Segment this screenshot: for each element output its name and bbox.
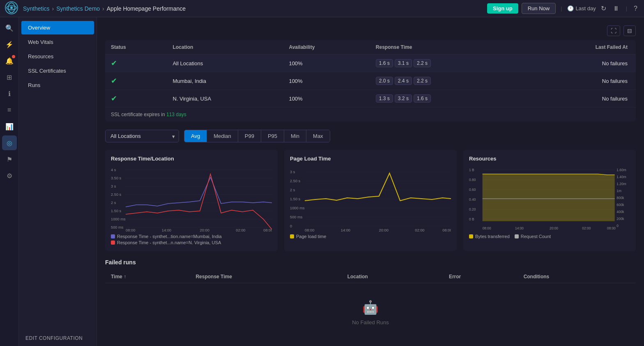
refresh-button[interactable]: ↻ xyxy=(599,5,608,12)
split-view-button[interactable]: ⊟ xyxy=(623,25,636,36)
availability-cell: 100% xyxy=(283,90,370,108)
status-icon: ✔ xyxy=(111,94,117,103)
svg-text:0.60: 0.60 xyxy=(469,188,476,192)
icon-sidebar: 🔍 ⚡ 🔔 ⊞ ℹ ≡ 📊 ◎ ⚑ ⚙ xyxy=(0,17,19,346)
legend-virginia: Response Time - synthet...n.name=N. Virg… xyxy=(111,240,272,245)
view-toggle-icons: ⛶ ⊟ xyxy=(105,25,636,36)
svg-text:0.40: 0.40 xyxy=(469,197,476,202)
sidebar-lightning[interactable]: ⚡ xyxy=(2,37,17,52)
run-now-button[interactable]: Run Now xyxy=(522,3,556,14)
availability-cell: 100% xyxy=(283,55,370,72)
svg-text:14:00: 14:00 xyxy=(341,228,350,231)
nav-overview[interactable]: Overview xyxy=(21,21,94,34)
ssl-days: 113 days xyxy=(166,112,186,117)
svg-text:400k: 400k xyxy=(616,210,624,214)
nav-ssl[interactable]: SSL Certificates xyxy=(21,64,94,78)
time-range[interactable]: 🕐 Last day xyxy=(567,5,596,11)
col-loc: Location xyxy=(342,270,443,283)
tab-min[interactable]: Min xyxy=(284,130,306,142)
col-location: Location xyxy=(167,40,283,55)
location-cell: All Locations xyxy=(167,55,283,72)
nav-runs[interactable]: Runs xyxy=(21,78,94,92)
demo-link[interactable]: Synthetics Demo xyxy=(56,5,100,12)
last-failed-cell: No failures xyxy=(529,90,636,108)
location-select-wrapper: All Locations Mumbai, India N. Virginia,… xyxy=(105,130,179,142)
status-cell: ✔ xyxy=(105,55,167,72)
nav-resources[interactable]: Resources xyxy=(21,50,94,63)
svg-text:2.50 s: 2.50 s xyxy=(290,179,301,183)
svg-text:3 s: 3 s xyxy=(290,170,295,174)
col-error: Error xyxy=(443,270,518,283)
fullscreen-button[interactable]: ⛶ xyxy=(607,25,620,36)
sidebar-settings[interactable]: ⚙ xyxy=(2,168,17,183)
svg-marker-65 xyxy=(483,174,615,221)
svg-text:0: 0 xyxy=(290,224,292,228)
sidebar-list[interactable]: ≡ xyxy=(2,103,17,117)
sidebar-synthetics[interactable]: ◎ xyxy=(2,135,17,150)
failed-runs-section: Failed runs Time ↑ Response Time Locatio… xyxy=(105,259,636,342)
sidebar-flag[interactable]: ⚑ xyxy=(2,152,17,167)
page-load-title: Page Load Time xyxy=(290,156,451,162)
response-time-badge: 1.6 s xyxy=(376,59,393,67)
response-time-title: Response Time/Location xyxy=(111,156,272,162)
col-resp-time: Response Time xyxy=(190,270,341,283)
table-row: ✔ All Locations 100% 1.6 s3.1 s2.2 s No … xyxy=(105,55,636,72)
content-area: ⛶ ⊟ Status Location Availability Respons… xyxy=(97,17,644,346)
response-time-area: 4 s 3.50 s 3 s 2.50 s 2 s 1.50 s 1000 ms… xyxy=(111,166,272,231)
svg-text:08:00: 08:00 xyxy=(263,228,272,231)
svg-text:1000 ms: 1000 ms xyxy=(290,206,305,210)
resources-area: 1 B 0.80 0.60 0.40 0.20 0 B 1.60m 1.40m … xyxy=(469,166,630,231)
main-layout: 🔍 ⚡ 🔔 ⊞ ℹ ≡ 📊 ◎ ⚑ ⚙ Overview Web Vitals … xyxy=(0,17,644,346)
sidebar-chart[interactable]: 📊 xyxy=(2,119,17,134)
availability-cell: 100% xyxy=(283,72,370,90)
location-select[interactable]: All Locations Mumbai, India N. Virginia,… xyxy=(105,130,179,142)
sidebar-grid[interactable]: ⊞ xyxy=(2,70,17,85)
legend-requests: Request Count xyxy=(515,234,551,239)
svg-text:2.50 s: 2.50 s xyxy=(111,192,122,197)
response-time-chart: Response Time/Location 4 s xyxy=(105,150,278,251)
table-row: ✔ N. Virginia, USA 100% 1.3 s3.2 s1.6 s … xyxy=(105,90,636,108)
svg-text:1 B: 1 B xyxy=(469,168,474,172)
svg-text:2 s: 2 s xyxy=(290,188,295,192)
svg-text:0.20: 0.20 xyxy=(469,207,476,211)
last-failed-cell: No failures xyxy=(529,55,636,72)
svg-text:20:00: 20:00 xyxy=(379,228,389,231)
svg-text:1.50 s: 1.50 s xyxy=(111,209,122,213)
sidebar-info[interactable]: ℹ xyxy=(2,86,17,101)
tab-p99[interactable]: P99 xyxy=(238,130,261,142)
location-cell: N. Virginia, USA xyxy=(167,90,283,108)
help-button[interactable]: ? xyxy=(632,5,639,12)
last-failed-cell: No failures xyxy=(529,72,636,90)
svg-text:500 ms: 500 ms xyxy=(290,215,303,219)
response-time-cell: 1.6 s3.1 s2.2 s xyxy=(370,55,529,72)
response-time-badge: 2.2 s xyxy=(414,77,431,85)
table-row: ✔ Mumbai, India 100% 2.0 s2.4 s2.2 s No … xyxy=(105,72,636,90)
svg-text:14:00: 14:00 xyxy=(515,226,524,230)
svg-point-3 xyxy=(10,7,13,9)
status-cell: ✔ xyxy=(105,72,167,90)
empty-state: 🤖 No Failed Runs xyxy=(105,283,636,342)
synthetics-link[interactable]: Synthetics xyxy=(23,5,50,12)
pause-button[interactable]: ⏸ xyxy=(611,5,621,12)
tab-avg[interactable]: Avg xyxy=(184,130,207,142)
response-time-cell: 1.3 s3.2 s1.6 s xyxy=(370,90,529,108)
page-load-legend: Page load time xyxy=(290,234,451,239)
tab-median[interactable]: Median xyxy=(207,130,238,142)
legend-mumbai: Response Time - synthet...tion.name=Mumb… xyxy=(111,234,272,239)
nav-web-vitals[interactable]: Web Vitals xyxy=(21,35,94,49)
signup-button[interactable]: Sign up xyxy=(487,3,518,14)
tab-p95[interactable]: P95 xyxy=(261,130,284,142)
response-time-cell: 2.0 s2.4 s2.2 s xyxy=(370,72,529,90)
svg-text:1m: 1m xyxy=(616,189,621,193)
svg-text:08:00: 08:00 xyxy=(607,226,616,230)
sidebar-search[interactable]: 🔍 xyxy=(2,21,17,35)
svg-text:1000 ms: 1000 ms xyxy=(111,217,126,221)
tab-max[interactable]: Max xyxy=(306,130,330,142)
svg-text:800k: 800k xyxy=(616,196,624,200)
topnav-actions: Sign up Run Now | 🕐 Last day ↻ ⏸ | ? xyxy=(487,3,639,14)
sidebar-alerts[interactable]: 🔔 xyxy=(2,53,17,68)
page-load-area: 3 s 2.50 s 2 s 1.50 s 1000 ms 500 ms 0 0… xyxy=(290,166,451,231)
page-title: Apple Homepage Performance xyxy=(107,5,186,12)
response-time-badge: 3.1 s xyxy=(395,59,412,67)
edit-config-label[interactable]: Edit Configuration xyxy=(19,330,97,346)
